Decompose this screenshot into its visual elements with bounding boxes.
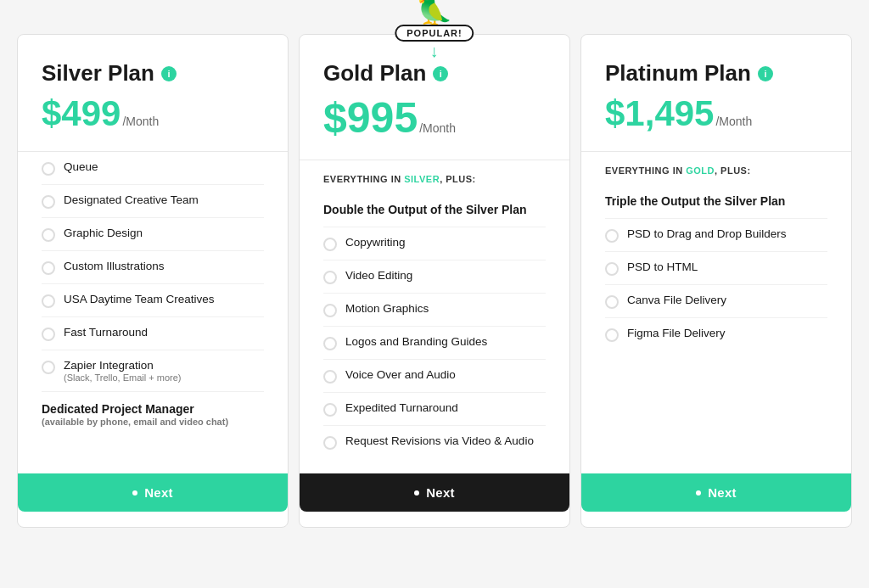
feature-sub-text: (available by phone, email and video cha… [42,417,228,427]
feature-text-wrapper: Expedited Turnaround [345,401,458,414]
next-button-label: Next [144,485,173,500]
feature-dot [323,370,337,384]
plan-footer-silver: Next [18,458,288,527]
feature-item: Logos and Branding Guides [323,327,546,360]
feature-text: Fast Turnaround [64,326,148,339]
feature-item: Expedited Turnaround [323,393,546,426]
feature-dot [605,262,619,276]
feature-text-wrapper: Designated Creative Team [64,193,199,206]
info-icon-silver[interactable]: i [161,66,177,81]
info-icon-gold[interactable]: i [433,66,448,81]
feature-list-platinum: Triple the Output the Silver Plan PSD to… [605,184,827,458]
price-divider [581,151,851,152]
next-button-silver[interactable]: Next [18,473,288,512]
feature-item: Canva File Delivery [605,285,827,318]
info-icon-platinum[interactable]: i [758,66,773,81]
price-value: $499 [42,93,121,134]
plan-price-gold: $995 /Month [323,93,546,143]
next-button-label: Next [708,485,737,500]
feature-text-wrapper: Zapier Integration (Slack, Trello, Email… [64,359,181,383]
price-period: /Month [122,115,159,128]
feature-dot [323,436,337,450]
feature-text: PSD to Drag and Drop Builders [627,227,787,240]
feature-item: Double the Output of the Silver Plan [323,193,546,227]
feature-dot [42,162,55,176]
btn-dot [132,490,137,496]
feature-dot [605,328,619,342]
btn-dot [696,490,701,496]
feature-item: Figma File Delivery [605,318,827,350]
feature-text-wrapper: Video Editing [345,269,412,282]
feature-list-gold: Double the Output of the Silver Plan Cop… [323,193,546,458]
feature-text: Copywriting [345,236,406,249]
plan-card-silver: Silver Plan i $499 /Month Queue Designat… [17,34,289,528]
feature-text-wrapper: Copywriting [345,236,406,249]
feature-text-wrapper: Double the Output of the Silver Plan [323,203,527,216]
feature-text-wrapper: Triple the Output the Silver Plan [605,194,785,208]
feature-item: Triple the Output the Silver Plan [605,184,827,219]
price-value: $995 [323,93,418,143]
highlight-text: SILVER [404,174,440,184]
plan-card-platinum: Platinum Plan i $1,495 /Month EVERYTHING… [580,34,852,528]
feature-item: Custom Illustrations [42,251,264,284]
feature-item: Zapier Integration (Slack, Trello, Email… [42,350,264,392]
feature-text: Designated Creative Team [64,193,199,206]
highlight-text: GOLD [686,165,715,176]
feature-item: Designated Creative Team [42,185,264,218]
feature-dot [42,361,55,374]
plan-name-text: Gold Plan [323,60,426,87]
feature-text-wrapper: Canva File Delivery [627,294,726,306]
price-divider [300,160,569,160]
feature-dot [42,328,55,341]
feature-text-wrapper: Voice Over and Audio [345,368,456,381]
feature-text: USA Daytime Team Creatives [64,293,215,305]
feature-item: Motion Graphics [323,294,546,327]
feature-text-wrapper: PSD to HTML [627,260,698,273]
plan-name-text: Silver Plan [42,60,154,87]
feature-item: USA Daytime Team Creatives [42,284,264,317]
price-period: /Month [419,121,456,135]
feature-text: PSD to HTML [627,260,698,273]
feature-dot [42,228,55,242]
plan-footer-gold: Next [300,458,569,527]
feature-dot [605,295,619,309]
feature-text-wrapper: USA Daytime Team Creatives [64,293,215,305]
plan-footer-platinum: Next [581,458,851,527]
arrow-icon: ↓ [429,42,439,61]
feature-text: Canva File Delivery [627,294,726,306]
feature-text: Zapier Integration [64,359,154,372]
btn-dot [414,490,419,496]
feature-text: Triple the Output the Silver Plan [605,194,785,208]
pricing-container: Silver Plan i $499 /Month Queue Designat… [17,34,852,528]
mascot-icon: 🦜 [415,0,454,25]
feature-dot [323,304,337,317]
plan-price-platinum: $1,495 /Month [605,93,827,134]
feature-text-wrapper: Graphic Design [64,227,143,239]
feature-text-wrapper: Queue [64,160,98,173]
feature-dot [323,271,337,284]
everything-label-platinum: EVERYTHING IN GOLD, PLUS: [605,165,827,176]
next-button-gold[interactable]: Next [300,473,569,512]
feature-dot [42,195,55,209]
feature-text-wrapper: Motion Graphics [345,302,429,315]
plan-card-gold: 🦜 POPULAR! ↓ Gold Plan i $995 /Month EVE… [299,34,570,528]
plan-name-text: Platinum Plan [605,60,751,87]
feature-dot [323,337,337,350]
feature-text: Graphic Design [64,227,143,239]
popular-label: POPULAR! [395,25,474,42]
feature-item: PSD to Drag and Drop Builders [605,219,827,252]
feature-text-wrapper: Fast Turnaround [64,326,148,339]
feature-text: Expedited Turnaround [345,401,458,414]
feature-text-wrapper: PSD to Drag and Drop Builders [627,227,787,240]
feature-text: Video Editing [345,269,412,282]
plan-price-silver: $499 /Month [42,93,264,134]
feature-text: Double the Output of the Silver Plan [323,203,527,216]
feature-item: Fast Turnaround [42,317,264,350]
feature-dot [323,238,337,251]
feature-text: Queue [64,160,98,173]
feature-list-silver: Queue Designated Creative Team Graphic D… [42,152,264,458]
next-button-platinum[interactable]: Next [581,473,851,512]
everything-label-gold: EVERYTHING IN SILVER, PLUS: [323,174,546,184]
feature-item: Queue [42,152,264,185]
price-period: /Month [715,115,752,128]
